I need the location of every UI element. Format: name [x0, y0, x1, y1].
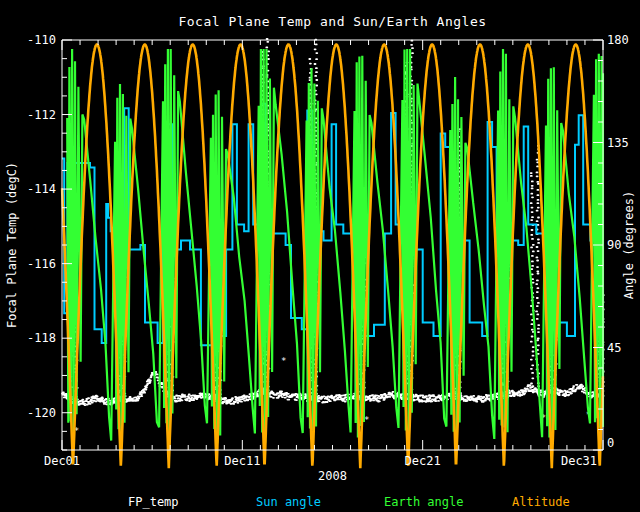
- legend-item-earth-angle: Earth angle: [384, 496, 463, 509]
- right-tick-label: 90: [607, 238, 621, 252]
- legend-item-fp-temp: FP_temp: [128, 496, 179, 509]
- right-tick-label: 180: [607, 33, 629, 47]
- legend-item-sun-angle: Sun angle: [256, 496, 321, 509]
- left-axis-label: Focal Plane Temp (degC): [6, 162, 18, 328]
- right-tick-label: 0: [607, 436, 614, 450]
- series-sun-angle: [62, 104, 603, 345]
- focal-plane-chart: *****-110-112-114-116-118-12018013590450…: [0, 0, 640, 512]
- legend-item-altitude: Altitude: [512, 496, 570, 509]
- series-area: *****: [62, 29, 605, 469]
- left-tick-label: -120: [27, 406, 56, 420]
- x-axis-year-label: 2008: [62, 470, 603, 482]
- plot-canvas: *****-110-112-114-116-118-12018013590450…: [0, 0, 640, 512]
- right-tick-label: 45: [607, 341, 621, 355]
- stray-point-marker: *: [281, 356, 286, 366]
- x-tick-label: Dec01: [44, 454, 80, 468]
- chart-title: Focal Plane Temp and Sun/Earth Angles: [62, 16, 603, 28]
- left-tick-label: -112: [27, 108, 56, 122]
- left-tick-label: -118: [27, 331, 56, 345]
- left-tick-label: -116: [27, 257, 56, 271]
- right-axis-label: Angle (degrees): [623, 191, 635, 299]
- x-tick-label: Dec11: [224, 454, 260, 468]
- x-tick-label: Dec31: [561, 454, 597, 468]
- x-tick-label: Dec21: [405, 454, 441, 468]
- left-tick-label: -110: [27, 33, 56, 47]
- right-tick-label: 135: [607, 136, 629, 150]
- left-tick-label: -114: [27, 182, 56, 196]
